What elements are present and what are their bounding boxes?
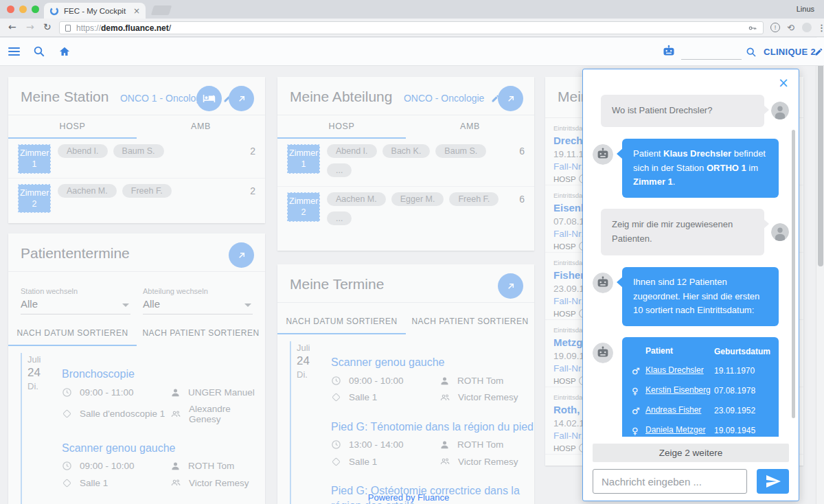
person-icon bbox=[439, 439, 450, 450]
patient-link[interactable]: Klaus Drechsler bbox=[645, 365, 704, 375]
room-chip[interactable]: Zimmer2 bbox=[287, 192, 320, 222]
tab-sort-by-patient[interactable]: NACH PATIENT SORTIEREN bbox=[137, 321, 265, 346]
tab-close-icon[interactable] bbox=[133, 6, 140, 16]
chat-close-icon[interactable] bbox=[778, 76, 789, 89]
room-chip[interactable]: Zimmer2 bbox=[18, 184, 51, 214]
appointment-item: Bronchoscopie 09:00 - 11:00 UNGER Manuel… bbox=[62, 367, 265, 424]
location-icon bbox=[62, 409, 71, 418]
reload-icon[interactable] bbox=[43, 21, 52, 32]
gender-icon: ♂ bbox=[632, 365, 645, 379]
patient-chip[interactable]: Egger M. bbox=[391, 192, 444, 206]
appointment-title-link[interactable]: Bronchoscopie bbox=[62, 367, 265, 382]
forward-icon[interactable] bbox=[26, 21, 34, 32]
patient-chip[interactable]: Freeh F. bbox=[122, 184, 172, 198]
chat-message-input[interactable] bbox=[593, 469, 747, 494]
window-zoom-button[interactable] bbox=[32, 5, 39, 13]
extension-icon[interactable] bbox=[802, 23, 812, 32]
url-field[interactable]: https://demo.fluance.net/ bbox=[59, 21, 764, 34]
clock-icon bbox=[62, 387, 72, 398]
abteilung-unit: ONCO - Oncologie bbox=[404, 93, 484, 104]
patient-chip[interactable]: Abend I. bbox=[58, 144, 108, 158]
clinic-edit-pencil-icon[interactable] bbox=[814, 47, 823, 56]
room-chip[interactable]: Zimmer1 bbox=[287, 144, 320, 174]
patient-link[interactable]: Andreas Fisher bbox=[645, 405, 701, 415]
patient-chip[interactable]: Baum S. bbox=[435, 144, 486, 158]
appointment-title-link[interactable]: Pied G: Ténotomie dans la région du pied bbox=[331, 420, 534, 435]
station-filter-label: Station wechseln bbox=[21, 287, 130, 295]
toolbar-search-input[interactable] bbox=[681, 47, 742, 60]
history-sync-icon[interactable] bbox=[787, 23, 797, 32]
patient-link[interactable]: Kerstin Eisenberg bbox=[645, 385, 711, 395]
window-minimize-button[interactable] bbox=[19, 5, 27, 13]
key-icon[interactable] bbox=[748, 23, 757, 33]
abteilung-tab-amb[interactable]: AMB bbox=[406, 115, 534, 139]
appointment-item: Scanner genou gauche 09:00 - 10:00 ROTH … bbox=[331, 355, 534, 403]
location-icon bbox=[332, 393, 341, 402]
gender-icon: ♂ bbox=[632, 404, 645, 419]
browser-tabstrip: FEC - My Cockpit Linus bbox=[0, 0, 824, 19]
patient-link[interactable]: Daniela Metzger bbox=[645, 425, 705, 435]
table-row: ♀Daniela Metzger19.09.1945 bbox=[632, 424, 769, 437]
person-icon bbox=[170, 461, 181, 471]
patient-chip[interactable]: Aachen M. bbox=[58, 184, 117, 198]
tab-sort-by-date[interactable]: NACH DATUM SORTIEREN bbox=[277, 310, 406, 334]
bot-avatar bbox=[593, 343, 613, 363]
table-row: ♀Kerstin Eisenberg07.08.1978 bbox=[632, 385, 769, 399]
patient-chip[interactable]: Aachen M. bbox=[327, 192, 386, 206]
patient-chip[interactable]: Freeh F. bbox=[449, 192, 499, 206]
appointment-title-link[interactable]: Scanner genou gauche bbox=[331, 355, 534, 370]
termine-open-button[interactable] bbox=[498, 273, 523, 299]
bot-avatar bbox=[593, 273, 613, 293]
info-icon[interactable] bbox=[770, 23, 780, 32]
patient-chip[interactable]: Bach K. bbox=[382, 144, 431, 158]
gender-icon: ♀ bbox=[632, 385, 645, 399]
show-more-button[interactable]: Zeige 2 weitere bbox=[593, 444, 789, 462]
tab-sort-by-patient[interactable]: NACH PATIENT SORTIEREN bbox=[406, 310, 534, 334]
appointment-date: Juli 24 Di. bbox=[297, 343, 310, 380]
abteilung-tab-hosp[interactable]: HOSP bbox=[277, 115, 406, 139]
chatbot-icon[interactable] bbox=[661, 44, 676, 59]
new-tab-button[interactable] bbox=[151, 5, 172, 15]
person-icon bbox=[439, 376, 450, 386]
station-filter-select[interactable]: Station wechseln Alle bbox=[21, 287, 130, 314]
bed-management-button[interactable] bbox=[196, 86, 222, 111]
browser-menu-icon[interactable] bbox=[817, 23, 824, 32]
search-icon[interactable] bbox=[33, 45, 45, 58]
room-count: 2 bbox=[250, 185, 255, 196]
tab-title: FEC - My Cockpit bbox=[64, 7, 133, 15]
patiententermine-open-button[interactable] bbox=[229, 242, 254, 268]
station-room-row: Zimmer1 Abend I. Baum S. 2 bbox=[8, 139, 265, 179]
arrow-up-right-icon bbox=[505, 281, 516, 292]
send-button[interactable] bbox=[757, 469, 789, 494]
clock-icon bbox=[331, 376, 341, 386]
card-meine-termine: Meine Termine NACH DATUM SORTIEREN NACH … bbox=[277, 264, 534, 504]
back-icon[interactable] bbox=[8, 21, 16, 32]
tab-sort-by-date[interactable]: NACH DATUM SORTIEREN bbox=[8, 321, 137, 346]
card-meine-station: Meine Station ONCO 1 - Oncologie 1 HOSP … bbox=[8, 77, 265, 223]
station-tab-hosp[interactable]: HOSP bbox=[8, 115, 137, 139]
menu-icon[interactable] bbox=[8, 47, 20, 58]
abteilung-open-button[interactable] bbox=[498, 86, 523, 111]
fluance-favicon bbox=[49, 6, 59, 16]
abteilung-title: Meine Abteilung bbox=[290, 89, 392, 104]
abteilung-filter-select[interactable]: Abteilung wechseln Alle bbox=[143, 287, 253, 314]
station-tab-amb[interactable]: AMB bbox=[137, 115, 265, 139]
clinic-selector[interactable]: CLINIQUE 2 bbox=[764, 47, 816, 57]
chat-scrollbar-thumb[interactable] bbox=[792, 130, 795, 418]
station-open-button[interactable] bbox=[229, 86, 254, 111]
more-patients-chip[interactable]: ... bbox=[327, 163, 352, 177]
patient-chip[interactable]: Abend I. bbox=[327, 144, 377, 158]
browser-tab[interactable]: FEC - My Cockpit bbox=[44, 3, 146, 19]
page-scrollbar-thumb[interactable] bbox=[818, 38, 823, 266]
toolbar-search-icon[interactable] bbox=[746, 47, 757, 58]
bot-avatar bbox=[593, 144, 613, 165]
patient-chip[interactable]: Baum S. bbox=[113, 144, 164, 158]
more-patients-chip[interactable]: ... bbox=[327, 211, 352, 225]
table-row: ♂Andreas Fisher23.09.1952 bbox=[632, 404, 769, 419]
window-close-button[interactable] bbox=[7, 5, 14, 13]
appointment-title-link[interactable]: Scanner genou gauche bbox=[62, 441, 265, 456]
chat-user-message: Zeig mir die mir zugewiesenen Patienten. bbox=[601, 209, 789, 255]
page-scrollbar[interactable] bbox=[816, 37, 824, 504]
room-chip[interactable]: Zimmer1 bbox=[18, 144, 51, 174]
home-icon[interactable] bbox=[58, 45, 71, 58]
